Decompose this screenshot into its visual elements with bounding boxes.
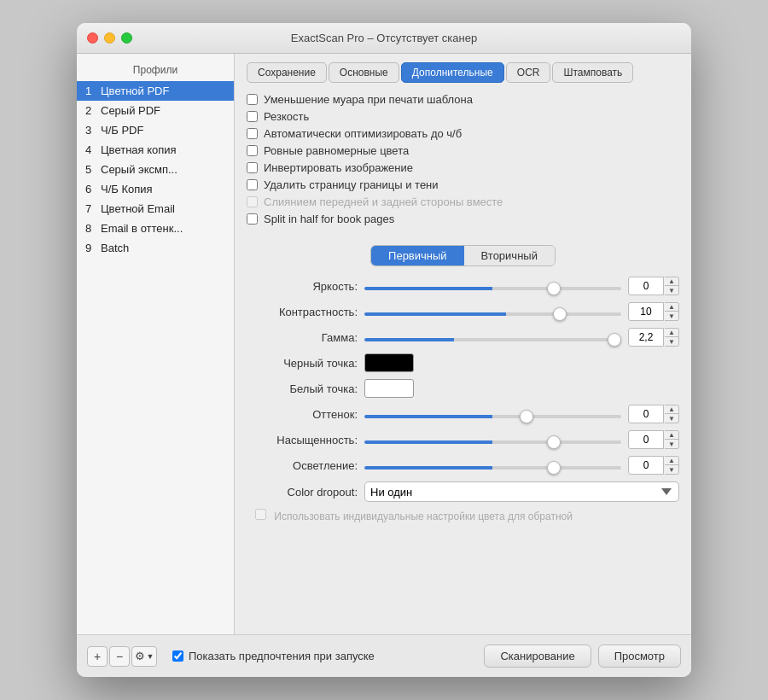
tab-ocr[interactable]: OCR — [506, 62, 551, 83]
slider-input[interactable] — [364, 415, 621, 418]
checkbox-label: Split in half for book pages — [264, 213, 394, 225]
checkbox-input[interactable] — [247, 111, 258, 122]
minimize-button[interactable] — [104, 32, 115, 44]
profile-item[interactable]: 6Ч/Б Копия — [77, 179, 234, 199]
spinner-box: ▲▼ — [628, 328, 679, 347]
slider-row: Насыщенность:▲▼ — [247, 430, 679, 449]
slider-label: Гамма: — [247, 331, 358, 344]
slider-label: Черный точка: — [247, 357, 358, 370]
primary-toggle-btn[interactable]: Первичный — [371, 246, 464, 265]
spinner-down-button[interactable]: ▼ — [665, 465, 678, 474]
profile-item[interactable]: 9Batch — [77, 238, 234, 258]
slider-label: Осветление: — [247, 459, 358, 472]
remove-profile-button[interactable]: − — [109, 646, 130, 667]
spinner-down-button[interactable]: ▼ — [665, 312, 678, 320]
profile-item[interactable]: 8Email в оттенк... — [77, 219, 234, 238]
profile-name: Цветной Email — [101, 202, 225, 215]
tab-штамповать[interactable]: Штамповать — [552, 62, 633, 83]
profile-item[interactable]: 3Ч/Б PDF — [77, 120, 234, 140]
spinner-box: ▲▼ — [628, 430, 679, 449]
profile-name: Цветной PDF — [101, 85, 225, 97]
add-profile-button[interactable]: + — [87, 646, 108, 667]
checkbox-row: Уменьшение муара при печати шаблона — [247, 93, 679, 106]
slider-input[interactable] — [364, 440, 621, 444]
spinner-input[interactable] — [628, 405, 664, 423]
slider-input[interactable] — [364, 466, 621, 470]
slider-input[interactable] — [364, 312, 621, 316]
secondary-toggle-btn[interactable]: Вторичный — [464, 246, 555, 265]
show-prefs-label[interactable]: Показать предпочтения при запуске — [172, 650, 375, 662]
profile-item[interactable]: 4Цветная копия — [77, 140, 234, 160]
slider-input[interactable] — [364, 338, 621, 341]
scan-button[interactable]: Сканирование — [484, 645, 591, 668]
profile-item[interactable]: 7Цветной Email — [77, 199, 234, 219]
bottom-left-controls: + − ⚙ ▼ — [87, 646, 157, 667]
sidebar: Профили 1Цветной PDF2Серый PDF3Ч/Б PDF4Ц… — [77, 54, 235, 634]
spinner-up-button[interactable]: ▲ — [665, 431, 678, 440]
spinner-input[interactable] — [628, 328, 664, 347]
profiles-list: 1Цветной PDF2Серый PDF3Ч/Б PDF4Цветная к… — [77, 81, 234, 258]
checkbox-row: Ровные равномерные цвета — [247, 144, 679, 157]
spinner-input[interactable] — [628, 277, 664, 295]
profile-item[interactable]: 1Цветной PDF — [77, 81, 234, 101]
spinner-down-button[interactable]: ▼ — [665, 414, 678, 423]
show-prefs-checkbox[interactable] — [172, 650, 183, 662]
checkbox-input[interactable] — [247, 94, 258, 105]
spinner-down-button[interactable]: ▼ — [665, 440, 678, 448]
slider-label: Контрастность: — [247, 306, 358, 318]
black-color-swatch[interactable] — [364, 353, 414, 372]
profile-number: 8 — [85, 222, 101, 235]
slider-label: Белый точка: — [247, 382, 358, 395]
spinner-box: ▲▼ — [628, 456, 679, 475]
checkbox-label: Уменьшение муара при печати шаблона — [264, 93, 473, 106]
slider-label: Насыщенность: — [247, 434, 358, 446]
profile-number: 2 — [85, 104, 101, 117]
checkbox-input — [247, 196, 258, 207]
titlebar: ExactScan Pro – Отсутствует сканер — [77, 23, 691, 54]
white-color-swatch[interactable] — [364, 379, 414, 398]
checkbox-label: Слиянием передней и задней стороны вмест… — [264, 195, 503, 208]
spinner-up-button[interactable]: ▲ — [665, 329, 678, 337]
slider-label: Яркость: — [247, 280, 358, 293]
checkbox-input[interactable] — [247, 162, 258, 173]
tab-сохранение[interactable]: Сохранение — [247, 62, 327, 83]
app-window: ExactScan Pro – Отсутствует сканер Профи… — [77, 23, 691, 677]
profile-name: Batch — [101, 242, 225, 254]
color-dropout-select[interactable]: Ни одинКрасныйЗеленыйСиний — [364, 481, 679, 502]
spinner-down-button[interactable]: ▼ — [665, 286, 678, 295]
spinner-input[interactable] — [628, 302, 664, 321]
maximize-button[interactable] — [121, 32, 132, 44]
spinner-arrows: ▲▼ — [665, 328, 679, 347]
checkbox-input[interactable] — [247, 213, 258, 225]
gear-button[interactable]: ⚙ ▼ — [131, 646, 157, 667]
profile-item[interactable]: 2Серый PDF — [77, 101, 234, 120]
slider-input[interactable] — [364, 287, 621, 290]
preview-button[interactable]: Просмотр — [598, 645, 681, 668]
profile-item[interactable]: 5Серый эксмп... — [77, 160, 234, 179]
gear-dropdown-arrow: ▼ — [147, 652, 154, 661]
color-dropout-row: Color dropout: Ни одинКрасныйЗеленыйСини… — [247, 481, 679, 502]
checkbox-input[interactable] — [247, 179, 258, 190]
close-button[interactable] — [87, 32, 98, 44]
spinner-box: ▲▼ — [628, 277, 679, 295]
spinner-input[interactable] — [628, 456, 664, 475]
disabled-note-text: Использовать индивидуальные настройки цв… — [274, 510, 573, 522]
window-title: ExactScan Pro – Отсутствует сканер — [291, 32, 477, 44]
spinner-up-button[interactable]: ▲ — [665, 303, 678, 312]
sliders-section: Яркость:▲▼Контрастность:▲▼Гамма:▲▼Черный… — [247, 277, 679, 475]
slider-label: Оттенок: — [247, 408, 358, 421]
checkbox-label: Резкость — [264, 110, 309, 123]
spinner-up-button[interactable]: ▲ — [665, 277, 678, 286]
tab-дополнительные[interactable]: Дополнительные — [401, 62, 504, 83]
checkbox-label: Ровные равномерные цвета — [264, 144, 409, 157]
checkbox-input[interactable] — [247, 128, 258, 139]
spinner-arrows: ▲▼ — [665, 456, 679, 475]
spinner-up-button[interactable]: ▲ — [665, 405, 678, 414]
profile-name: Ч/Б Копия — [101, 183, 225, 195]
tab-основные[interactable]: Основные — [329, 62, 399, 83]
spinner-input[interactable] — [628, 430, 664, 449]
checkbox-input[interactable] — [247, 145, 258, 156]
spinner-up-button[interactable]: ▲ — [665, 457, 678, 465]
spinner-down-button[interactable]: ▼ — [665, 337, 678, 346]
main-panel: СохранениеОсновныеДополнительныеOCRШтамп… — [235, 54, 691, 634]
